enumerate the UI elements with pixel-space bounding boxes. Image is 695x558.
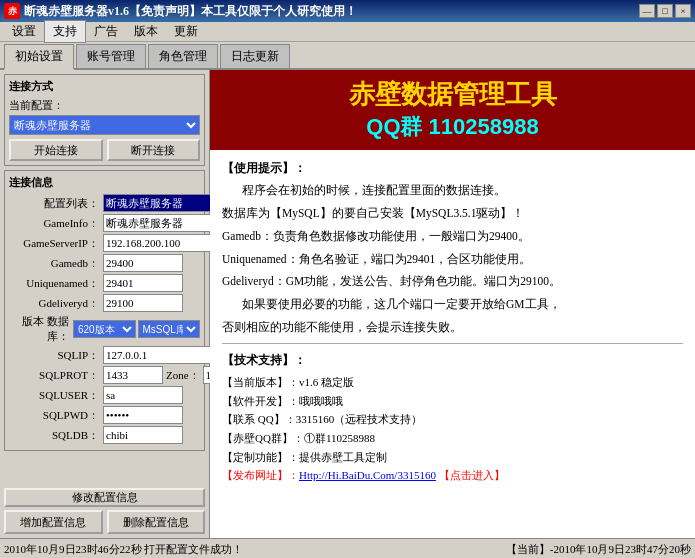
menu-bar: 设置 支持 广告 版本 更新 (0, 22, 695, 42)
qq-group-text: QQ群 110258988 (220, 112, 685, 142)
version-label: 版本 数据库： (9, 314, 69, 344)
menu-update[interactable]: 更新 (166, 21, 206, 42)
dbtype-select[interactable]: MsSQL库 (138, 320, 201, 338)
sqldb-label: SQLDB： (9, 428, 99, 443)
right-panel: 赤壁数据管理工具 QQ群 110258988 【使用提示】： 程序会在初始的时候… (210, 70, 695, 538)
tech-cbqq-label: 【赤壁QQ群】： (222, 432, 304, 444)
usage-p7: 否则相应的功能不能使用，会提示连接失败。 (222, 317, 683, 338)
gamedb-label: Gamedb： (9, 256, 99, 271)
sqlprot-input[interactable] (103, 366, 163, 384)
status-right: 【当前】-2010年10月9日23时47分20秒 (506, 542, 691, 557)
config-list-input[interactable] (103, 194, 211, 212)
tech-site-row: 【发布网址】：Http://Hi.BaiDu.Com/3315160 【点击进入… (222, 466, 683, 485)
gameserverip-input[interactable] (103, 234, 211, 252)
tab-role-management[interactable]: 角色管理 (148, 44, 218, 68)
right-title: 赤壁数据管理工具 (220, 78, 685, 112)
tech-site-label: 【发布网址】： (222, 469, 299, 481)
gamedb-row: Gamedb： (9, 254, 200, 272)
tech-custom-label: 【定制功能】： (222, 451, 299, 463)
sqlip-input[interactable] (103, 346, 211, 364)
menu-version[interactable]: 版本 (126, 21, 166, 42)
gameserverip-row: GameServerIP： (9, 234, 200, 252)
right-header: 赤壁数据管理工具 QQ群 110258988 (210, 70, 695, 150)
sqlip-row: SQLIP： (9, 346, 200, 364)
version-row: 版本 数据库： 620版本 MsSQL库 (9, 314, 200, 344)
config-list-label: 配置列表： (9, 196, 99, 211)
tech-qq-row: 【联系 QQ】：3315160（远程技术支持） (222, 410, 683, 429)
window-title: 断魂赤壁服务器v1.6【免责声明】本工具仅限于个人研究使用！ (24, 3, 639, 20)
left-panel: 连接方式 当前配置： 断魂赤壁服务器 开始连接 断开连接 连接信息 配置列表： … (0, 70, 210, 538)
add-config-button[interactable]: 增加配置信息 (4, 510, 103, 534)
close-button[interactable]: × (675, 4, 691, 18)
delete-config-button[interactable]: 删除配置信息 (107, 510, 206, 534)
version-select[interactable]: 620版本 (73, 320, 136, 338)
sqluser-row: SQLUSER： (9, 386, 200, 404)
gameinfo-label: GameInfo： (9, 216, 99, 231)
tab-initial-settings[interactable]: 初始设置 (4, 44, 74, 70)
usage-title: 【使用提示】： (222, 158, 683, 179)
tech-site-value[interactable]: Http://Hi.BaiDu.Com/3315160 (299, 469, 436, 481)
current-config-label: 当前配置： (9, 98, 200, 113)
usage-p3: Gamedb：负责角色数据修改功能使用，一般端口为29400。 (222, 226, 683, 247)
menu-support[interactable]: 支持 (44, 20, 86, 43)
connect-button[interactable]: 开始连接 (9, 139, 103, 161)
gdeliveryd-input[interactable] (103, 294, 183, 312)
config-select[interactable]: 断魂赤壁服务器 (9, 115, 200, 135)
gdeliveryd-row: Gdeliveryd： (9, 294, 200, 312)
gameserverip-label: GameServerIP： (9, 236, 99, 251)
minimize-button[interactable]: — (639, 4, 655, 18)
window-controls: — □ × (639, 4, 691, 18)
tech-dev-label: 【软件开发】： (222, 395, 299, 407)
sqluser-input[interactable] (103, 386, 183, 404)
disconnect-button[interactable]: 断开连接 (107, 139, 201, 161)
tab-bar: 初始设置 账号管理 角色管理 日志更新 (0, 42, 695, 70)
sqluser-label: SQLUSER： (9, 388, 99, 403)
usage-p5: Gdeliveryd：GM功能，发送公告、封停角色功能。端口为29100。 (222, 271, 683, 292)
menu-ads[interactable]: 广告 (86, 21, 126, 42)
uniquenamed-label: Uniquenamed： (9, 276, 99, 291)
tech-dev-value: 哦哦哦哦 (299, 395, 343, 407)
connection-mode-section: 连接方式 当前配置： 断魂赤壁服务器 开始连接 断开连接 (4, 74, 205, 166)
right-content: 【使用提示】： 程序会在初始的时候，连接配置里面的数据连接。 数据库为【MySQ… (210, 150, 695, 538)
maximize-button[interactable]: □ (657, 4, 673, 18)
connect-btn-row: 开始连接 断开连接 (9, 139, 200, 161)
app-icon: 赤 (4, 3, 20, 19)
tech-custom-row: 【定制功能】：提供赤壁工具定制 (222, 448, 683, 467)
uniquenamed-row: Uniquenamed： (9, 274, 200, 292)
divider (222, 343, 683, 344)
connection-mode-title: 连接方式 (9, 79, 200, 94)
main-content: 连接方式 当前配置： 断魂赤壁服务器 开始连接 断开连接 连接信息 配置列表： … (0, 70, 695, 538)
tech-custom-value: 提供赤壁工具定制 (299, 451, 387, 463)
tech-title: 【技术支持】： (222, 350, 683, 371)
gameinfo-row: GameInfo： (9, 214, 200, 232)
tech-ver-label: 【当前版本】： (222, 376, 299, 388)
status-bar: 2010年10月9日23时46分22秒 打开配置文件成功！ 【当前】-2010年… (0, 538, 695, 558)
zone-label: Zone： (166, 368, 200, 383)
tech-dev-row: 【软件开发】：哦哦哦哦 (222, 392, 683, 411)
tech-site-link[interactable]: 【点击进入】 (439, 469, 505, 481)
tech-ver-row: 【当前版本】：v1.6 稳定版 (222, 373, 683, 392)
sqlpwd-label: SQLPWD： (9, 408, 99, 423)
sqlpwd-input[interactable] (103, 406, 183, 424)
tab-log-update[interactable]: 日志更新 (220, 44, 290, 68)
sqlprot-row: SQLPROT： Zone： (9, 366, 200, 384)
menu-settings[interactable]: 设置 (4, 21, 44, 42)
uniquenamed-input[interactable] (103, 274, 183, 292)
usage-p2: 数据库为【MySQL】的要自己安装【MySQL3.5.1驱动】！ (222, 203, 683, 224)
gamedb-input[interactable] (103, 254, 183, 272)
tech-qq-label: 【联系 QQ】： (222, 413, 296, 425)
usage-p1: 程序会在初始的时候，连接配置里面的数据连接。 (242, 180, 683, 201)
config-list-row: 配置列表： (9, 194, 200, 212)
modify-config-button[interactable]: 修改配置信息 (4, 488, 205, 507)
sqldb-input[interactable] (103, 426, 183, 444)
gameinfo-input[interactable] (103, 214, 211, 232)
tech-cbqq-row: 【赤壁QQ群】：①群110258988 (222, 429, 683, 448)
config-select-row: 断魂赤壁服务器 (9, 115, 200, 135)
sqlip-label: SQLIP： (9, 348, 99, 363)
add-delete-row: 增加配置信息 删除配置信息 (4, 510, 205, 534)
usage-p4: Uniquenamed：角色名验证，端口为29401，合区功能使用。 (222, 249, 683, 270)
bottom-buttons: 修改配置信息 增加配置信息 删除配置信息 (4, 488, 205, 534)
tab-account-management[interactable]: 账号管理 (76, 44, 146, 68)
title-bar: 赤 断魂赤壁服务器v1.6【免责声明】本工具仅限于个人研究使用！ — □ × (0, 0, 695, 22)
sqldb-row: SQLDB： (9, 426, 200, 444)
